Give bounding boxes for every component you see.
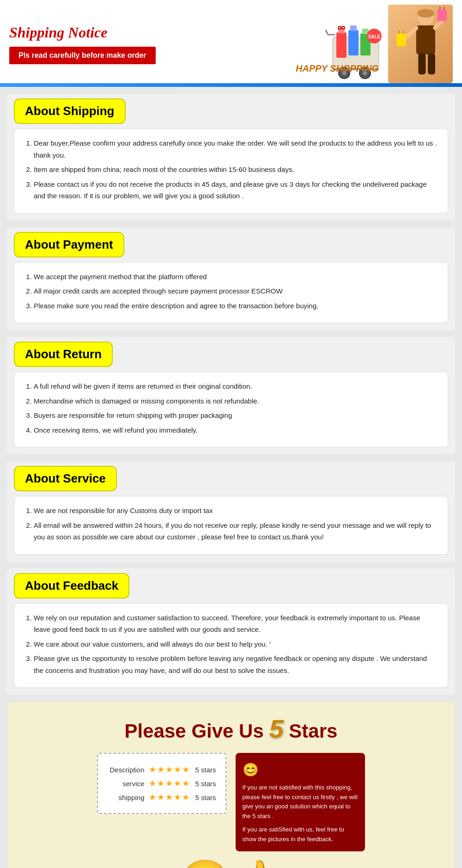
stars-content: Description ★★★★★ 5 stars service ★★★★★ … xyxy=(17,753,445,851)
shipping-list: Dear buyer,Please confirm your address c… xyxy=(24,137,438,202)
service-stars-count: 5 stars xyxy=(195,780,216,788)
svg-rect-28 xyxy=(438,10,447,21)
shipping-content-box: Dear buyer,Please confirm your address c… xyxy=(14,128,448,214)
give-us-5-title: Please Give Us 5 Stars xyxy=(17,714,445,744)
return-list: A full refund will be given if items are… xyxy=(24,380,438,436)
return-item-2: Merchandise which is damaged or missing … xyxy=(34,395,438,407)
service-section-header: About Service xyxy=(14,466,117,491)
service-star-icons: ★★★★★ xyxy=(149,778,190,789)
stars-section: Please Give Us 5 Stars Description ★★★★★… xyxy=(7,702,455,868)
shipping-label: shipping xyxy=(107,794,144,801)
svg-rect-6 xyxy=(350,25,357,31)
return-item-4: Once receiving items, we will refund you… xyxy=(34,424,438,436)
satisfaction-info-box: 😊 If you are not satisfied with this sho… xyxy=(236,753,365,851)
give-us-5-pre: Please Give Us xyxy=(125,720,264,742)
happy-shopping-label: HAPPY SHOPPING xyxy=(296,63,379,74)
feedback-item-1: We rely on our reputation and customer s… xyxy=(34,612,438,636)
description-stars-count: 5 stars xyxy=(195,766,216,774)
svg-point-19 xyxy=(417,9,434,18)
header-right: SALE HAPPY SHOPPING xyxy=(314,5,453,83)
info-box-text-1: If you are not satisfied with this shopp… xyxy=(243,783,358,821)
smiley-icon: 😊 xyxy=(243,760,259,781)
feedback-content-box: We rely on our reputation and customer s… xyxy=(14,603,448,688)
read-notice-banner: Pls read carefully before make order xyxy=(9,47,156,64)
return-section-header: About Return xyxy=(14,342,113,367)
shopping-cart-icon: SALE xyxy=(314,23,388,83)
payment-item-2: All major credit cards are accepted thro… xyxy=(34,285,438,297)
payment-list: We accept the payment method that the pl… xyxy=(24,271,438,312)
shipping-star-icons: ★★★★★ xyxy=(149,792,190,802)
svg-text:SALE: SALE xyxy=(368,34,381,39)
shipping-stars-count: 5 stars xyxy=(195,794,216,801)
service-section: About Service We are not responsible for… xyxy=(7,461,455,562)
shipping-section-header: About Shipping xyxy=(14,98,126,124)
winking-emoji: 😜👍 xyxy=(17,861,445,868)
give-us-5-post: Stars xyxy=(289,720,337,742)
service-item-1: We are not responsible for any Customs d… xyxy=(34,505,438,517)
page-title: Shipping Notice xyxy=(9,24,156,41)
feedback-list: We rely on our reputation and customer s… xyxy=(24,612,438,677)
shipping-section: About Shipping Dear buyer,Please confirm… xyxy=(7,94,455,220)
svg-rect-23 xyxy=(418,54,426,75)
blue-divider xyxy=(0,83,462,87)
stars-rating-table: Description ★★★★★ 5 stars service ★★★★★ … xyxy=(97,753,226,814)
svg-rect-5 xyxy=(348,30,359,55)
info-box-text-2: If you are satiSfied with us, feel free … xyxy=(243,825,358,844)
payment-item-3: Please make sure you read the entire des… xyxy=(34,300,438,312)
return-content-box: A full refund will be given if items are… xyxy=(14,372,448,447)
main-content: About Shipping Dear buyer,Please confirm… xyxy=(0,87,462,868)
shipping-item-1: Dear buyer,Please confirm your address c… xyxy=(34,137,438,161)
feedback-item-3: Please give us the opportunity to resolv… xyxy=(34,653,438,676)
feedback-item-2: We care about our value customers, and w… xyxy=(34,638,438,650)
shipping-item-2: Item are shipped from china; reach most … xyxy=(34,164,438,176)
header-left: Shipping Notice Pls read carefully befor… xyxy=(9,24,156,64)
feedback-section-header: About Feedback xyxy=(14,573,129,599)
feedback-section: About Feedback We rely on our reputation… xyxy=(7,568,455,695)
description-star-icons: ★★★★★ xyxy=(149,764,190,775)
service-item-2: All email will be answered within 24 hou… xyxy=(34,520,438,543)
svg-line-21 xyxy=(405,28,416,39)
service-label: service xyxy=(107,780,144,788)
header: Shipping Notice Pls read carefully befor… xyxy=(0,0,462,83)
person-illustration xyxy=(388,5,453,83)
shipping-item-3: Please contact us if you do not receive … xyxy=(34,178,438,202)
svg-rect-1 xyxy=(336,32,346,58)
payment-content-box: We accept the payment method that the pl… xyxy=(14,262,448,324)
service-content-box: We are not responsible for any Customs d… xyxy=(14,496,448,555)
return-section: About Return A full refund will be given… xyxy=(7,337,455,454)
payment-item-1: We accept the payment method that the pl… xyxy=(34,271,438,283)
svg-rect-24 xyxy=(428,54,435,75)
return-item-1: A full refund will be given if items are… xyxy=(34,380,438,392)
svg-line-10 xyxy=(326,30,328,35)
shipping-stars-row: shipping ★★★★★ 5 stars xyxy=(107,792,216,802)
service-list: We are not responsible for any Customs d… xyxy=(24,505,438,543)
payment-section: About Payment We accept the payment meth… xyxy=(7,227,455,330)
thank-you-area: 😜👍 Thank you! xyxy=(17,861,445,868)
service-stars-row: service ★★★★★ 5 stars xyxy=(107,778,216,789)
description-stars-row: Description ★★★★★ 5 stars xyxy=(107,764,216,775)
svg-rect-20 xyxy=(416,25,435,55)
return-item-3: Buyers are responsible for return shippi… xyxy=(34,410,438,422)
description-label: Description xyxy=(107,766,144,774)
five-number: 5 xyxy=(269,714,283,743)
payment-section-header: About Payment xyxy=(14,232,124,257)
svg-rect-25 xyxy=(397,33,407,47)
